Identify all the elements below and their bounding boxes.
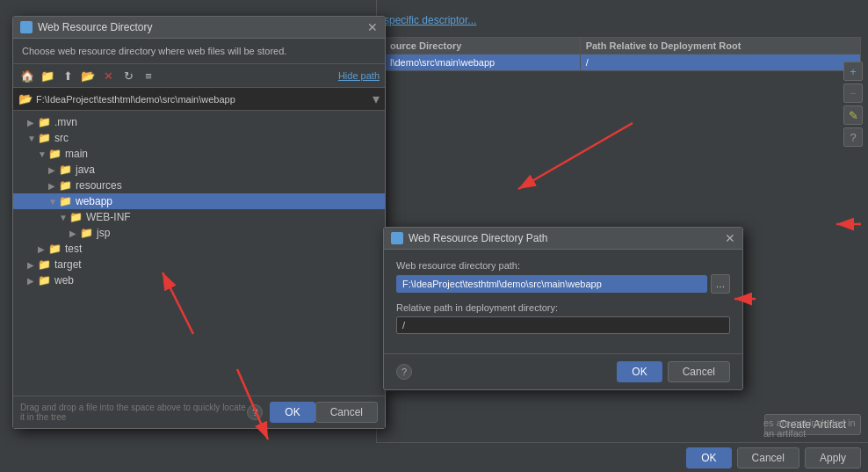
relative-path-label: Relative path in deployment directory: xyxy=(396,302,730,313)
edit-button[interactable]: ✎ xyxy=(843,105,863,125)
hide-path-link[interactable]: Hide path xyxy=(338,70,380,81)
path-dialog-title: Web Resource Directory Path xyxy=(409,232,725,244)
cancel-button[interactable]: Cancel xyxy=(315,402,378,423)
file-picker-toolbar: 🏠 📁 ⬆ 📂 ✕ ↻ ≡ Hide path xyxy=(13,64,385,88)
cell-rel-path: / xyxy=(580,54,860,71)
tree-arrow: ▶ xyxy=(27,276,38,286)
folder-icon: 📁 xyxy=(59,179,72,192)
tree-label: target xyxy=(54,258,82,271)
web-resource-row: … xyxy=(396,274,730,294)
tree-arrow: ▶ xyxy=(48,181,59,191)
web-resource-input[interactable] xyxy=(396,275,707,293)
toolbar-home-btn[interactable]: 🏠 xyxy=(18,67,36,84)
tree-item[interactable]: ▼ 📁 WEB-INF xyxy=(13,209,385,225)
path-ok-button[interactable]: OK xyxy=(617,361,662,382)
bottom-bar: OK Cancel Apply xyxy=(376,442,868,472)
toolbar-delete-btn[interactable]: ✕ xyxy=(99,67,117,84)
toolbar-new-folder-btn[interactable]: 📂 xyxy=(79,67,97,84)
tree-item[interactable]: ▶ 📁 test xyxy=(13,241,385,257)
tree-arrow: ▼ xyxy=(48,197,59,207)
tree-label: test xyxy=(65,243,82,255)
table-row[interactable]: l\demo\src\main\webapp / xyxy=(385,54,861,71)
descriptor-link[interactable]: specific descriptor... xyxy=(384,14,476,26)
side-buttons: + − ✎ ? xyxy=(843,62,863,147)
path-dialog: Web Resource Directory Path ✕ Web resour… xyxy=(383,227,743,390)
right-panel-content: specific descriptor... ource Directory P… xyxy=(377,0,868,85)
help-icon[interactable]: ? xyxy=(247,404,263,420)
path-dialog-close[interactable]: ✕ xyxy=(725,232,735,244)
col-path: Path Relative to Deployment Root xyxy=(580,38,860,54)
help-side-button[interactable]: ? xyxy=(843,127,863,147)
add-button[interactable]: + xyxy=(843,62,863,81)
tree-label: web xyxy=(54,274,74,287)
tree-item-webapp[interactable]: ▼ 📁 webapp xyxy=(13,193,385,209)
tree-label: WEB-INF xyxy=(86,211,131,223)
file-picker-bottom: Drag and drop a file into the space abov… xyxy=(13,396,385,428)
right-ok-button[interactable]: OK xyxy=(686,447,731,468)
toolbar-folder-btn[interactable]: 📁 xyxy=(39,67,56,84)
folder-icon: 📁 xyxy=(59,163,72,176)
folder-icon: 📁 xyxy=(59,195,72,207)
tree-label: webapp xyxy=(76,195,112,207)
tree-item[interactable]: ▼ 📁 src xyxy=(13,130,385,146)
tree-label: src xyxy=(54,132,69,144)
remove-button[interactable]: − xyxy=(843,84,863,103)
apply-button[interactable]: Apply xyxy=(805,447,861,468)
tree-item[interactable]: ▶ 📁 resources xyxy=(13,178,385,193)
drag-hint: Drag and drop a file into the space abov… xyxy=(20,403,247,422)
folder-icon: 📁 xyxy=(38,274,51,287)
tree-item[interactable]: ▶ 📁 target xyxy=(13,257,385,272)
browse-button[interactable]: … xyxy=(711,274,730,294)
toolbar-up-btn[interactable]: ⬆ xyxy=(59,67,76,84)
tree-arrow: ▼ xyxy=(59,213,69,222)
folder-icon: 📁 xyxy=(80,227,93,239)
path-browse-icon[interactable]: ▾ xyxy=(373,91,380,107)
cell-source: l\demo\src\main\webapp xyxy=(385,54,581,71)
tree-arrow: ▶ xyxy=(27,118,38,127)
tree-arrow: ▶ xyxy=(27,260,38,270)
ok-button[interactable]: OK xyxy=(270,402,315,423)
folder-icon: 📁 xyxy=(69,211,83,223)
dialog-icon xyxy=(20,21,33,33)
path-folder-icon: 📂 xyxy=(18,92,33,105)
path-help-icon[interactable]: ? xyxy=(396,364,412,380)
tree-label: main xyxy=(65,148,88,160)
toolbar-list-btn[interactable]: ≡ xyxy=(140,67,157,84)
tree-label: resources xyxy=(76,179,122,192)
folder-icon: 📁 xyxy=(48,148,61,160)
right-cancel-button[interactable]: Cancel xyxy=(737,447,799,468)
tree-arrow: ▼ xyxy=(38,149,48,159)
path-cancel-button[interactable]: Cancel xyxy=(668,361,730,382)
path-input[interactable] xyxy=(36,94,373,105)
web-resource-label: Web resource directory path: xyxy=(396,260,730,271)
tree-label: .mvn xyxy=(54,116,77,128)
toolbar-refresh-btn[interactable]: ↻ xyxy=(119,67,137,84)
folder-icon: 📁 xyxy=(38,132,51,144)
file-picker-desc: Choose web resource directory where web … xyxy=(13,39,385,64)
file-picker-close[interactable]: ✕ xyxy=(367,21,378,33)
bottom-note: es are not included in an artifact xyxy=(763,418,868,439)
path-dialog-titlebar: Web Resource Directory Path ✕ xyxy=(384,228,742,250)
tree-item[interactable]: ▼ 📁 main xyxy=(13,146,385,162)
tree-item[interactable]: ▶ 📁 .mvn xyxy=(13,114,385,130)
folder-icon: 📁 xyxy=(38,116,51,128)
relative-path-row xyxy=(396,316,730,334)
file-picker-dialog: Web Resource Directory ✕ Choose web reso… xyxy=(12,16,386,429)
tree-arrow: ▶ xyxy=(38,244,48,254)
folder-icon: 📁 xyxy=(48,243,61,255)
path-dialog-footer: ? OK Cancel xyxy=(384,353,742,389)
folder-icon: 📁 xyxy=(38,258,51,271)
relative-path-input[interactable] xyxy=(396,316,730,334)
tree-label: java xyxy=(76,163,95,176)
artifact-table: ource Directory Path Relative to Deploym… xyxy=(384,37,861,71)
tree-arrow: ▶ xyxy=(48,165,59,175)
file-picker-title: Web Resource Directory xyxy=(38,21,367,33)
path-dialog-body: Web resource directory path: … Relative … xyxy=(384,250,742,353)
tree-item[interactable]: ▶ 📁 jsp xyxy=(13,225,385,241)
tree-item[interactable]: ▶ 📁 java xyxy=(13,162,385,178)
tree-arrow: ▶ xyxy=(69,229,80,238)
path-dialog-icon xyxy=(391,232,403,244)
file-tree[interactable]: ▶ 📁 .mvn ▼ 📁 src ▼ 📁 main ▶ 📁 java ▶ xyxy=(13,111,385,396)
tree-item[interactable]: ▶ 📁 web xyxy=(13,272,385,288)
tree-label: jsp xyxy=(97,227,110,239)
